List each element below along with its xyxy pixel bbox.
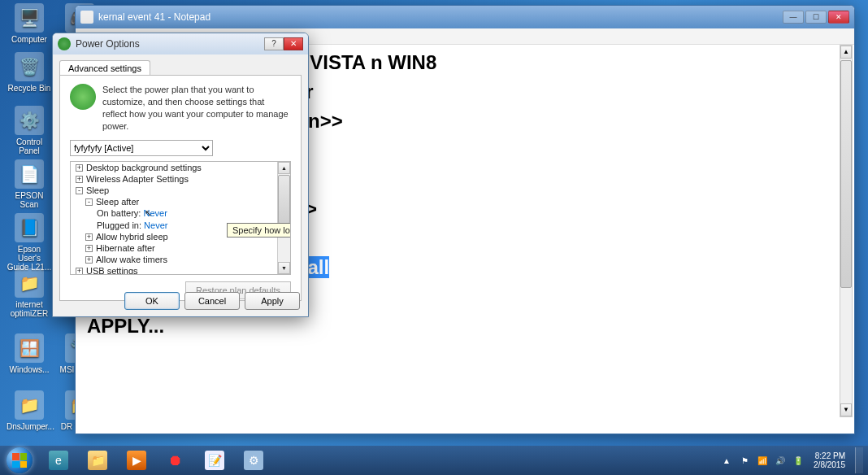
desktop-icon-epson-scan[interactable]: 📄EPSON Scan [5,159,54,210]
ok-button[interactable]: OK [124,292,180,310]
power-icon [58,37,71,50]
flag-icon[interactable]: ⚑ [739,455,750,466]
expand-icon[interactable]: + [85,233,93,241]
desktop-icon-computer[interactable]: 🖥️Computer [5,3,54,45]
volume-icon[interactable]: 🔊 [775,455,786,466]
desktop-icon-dnsjumper[interactable]: 📁DnsJumper... [5,390,54,432]
tree-item[interactable]: +Wireless Adapter Settings [71,173,290,185]
tree-scroll-up-icon[interactable]: ▲ [278,162,290,174]
dialog-description: Select the power plan that you want to c… [102,84,291,132]
taskbar-ie[interactable]: e [40,448,77,473]
taskbar-control-panel[interactable]: ⚙ [235,448,272,473]
expand-icon[interactable]: - [85,198,93,206]
tree-item[interactable]: +Allow wake timers [71,254,290,265]
tab-advanced-settings[interactable]: Advanced settings [59,60,150,76]
dialog-title-text: Power Options [76,38,140,50]
desktop-icon-windows[interactable]: 🪟Windows... [5,333,54,375]
expand-icon[interactable]: + [76,268,83,275]
taskbar-record[interactable]: ⏺ [157,448,194,473]
taskbar-explorer[interactable]: 📁 [79,448,116,473]
notepad-titlebar[interactable]: kernal event 41 - Notepad — ☐ ✕ [76,6,854,28]
notepad-icon [80,11,93,24]
desktop-icon-epson-guide[interactable]: 📘Epson User's Guide L21... [5,213,54,272]
taskbar-notepad[interactable]: 📝 [196,448,233,473]
battery-icon[interactable]: 🔋 [792,455,804,466]
apply-button[interactable]: Apply [245,292,300,310]
tooltip: Specify how long your computer is inacti… [227,223,291,238]
help-button[interactable]: ? [264,37,284,50]
notepad-title-text: kernal event 41 - Notepad [98,11,210,23]
start-button[interactable] [0,446,39,475]
tree-item[interactable]: +Desktop background settings [71,162,290,173]
expand-icon[interactable]: + [85,256,93,264]
tree-item[interactable]: On battery: Never↖ [71,207,290,220]
expand-icon[interactable]: + [85,245,93,252]
tree-item[interactable]: -Sleep after [71,196,290,207]
dialog-close-button[interactable]: ✕ [284,37,303,50]
tree-scrollbar[interactable]: ▲ ▼ [277,162,290,274]
expand-icon[interactable]: - [76,187,83,194]
power-options-dialog: Power Options ? ✕ Advanced settings Sele… [52,33,309,317]
system-tray: ▲ ⚑ 📶 🔊 🔋 8:22 PM 2/8/2015 [721,447,863,473]
settings-tree[interactable]: +Desktop background settings+Wireless Ad… [70,161,291,275]
clock[interactable]: 8:22 PM 2/8/2015 [810,451,848,470]
notepad-scrollbar[interactable]: ▲ ▼ [840,45,853,417]
tree-scroll-thumb[interactable] [278,175,290,224]
expand-icon[interactable]: + [76,164,83,172]
cancel-button[interactable]: Cancel [184,292,240,310]
power-plan-icon [70,84,96,110]
minimize-button[interactable]: — [783,11,804,24]
cursor-icon: ↖ [145,208,152,218]
dialog-panel: Select the power plan that you want to c… [59,75,302,301]
scroll-down-icon[interactable]: ▼ [840,403,852,416]
desktop-icon-control-panel[interactable]: ⚙️Control Panel [5,106,54,156]
desktop-icon-internet-optimizer[interactable]: 📁internet optimiZER [5,268,54,319]
scroll-up-icon[interactable]: ▲ [840,46,852,59]
network-icon[interactable]: 📶 [757,455,768,466]
taskbar: e 📁 ▶ ⏺ 📝 ⚙ ▲ ⚑ 📶 🔊 🔋 8:22 PM 2/8/2015 [0,446,868,475]
tree-item[interactable]: -Sleep [71,185,290,196]
maximize-button[interactable]: ☐ [805,11,827,24]
power-plan-select[interactable]: fyfyfyfy [Active] [70,140,213,156]
scroll-thumb[interactable] [840,60,852,288]
dialog-titlebar[interactable]: Power Options ? ✕ [53,33,308,54]
expand-icon[interactable]: + [76,176,83,183]
tree-item[interactable]: +Hibernate after [71,242,290,254]
close-button[interactable]: ✕ [828,11,849,24]
show-desktop-button[interactable] [855,447,863,473]
desktop-icon-recycle-bin[interactable]: 🗑️Recycle Bin [5,52,54,94]
setting-value[interactable]: Never [144,220,167,230]
tree-item[interactable]: +USB settings [71,265,290,275]
taskbar-wmp[interactable]: ▶ [118,448,155,473]
tray-up-icon[interactable]: ▲ [721,455,732,466]
tree-scroll-down-icon[interactable]: ▼ [278,262,290,274]
